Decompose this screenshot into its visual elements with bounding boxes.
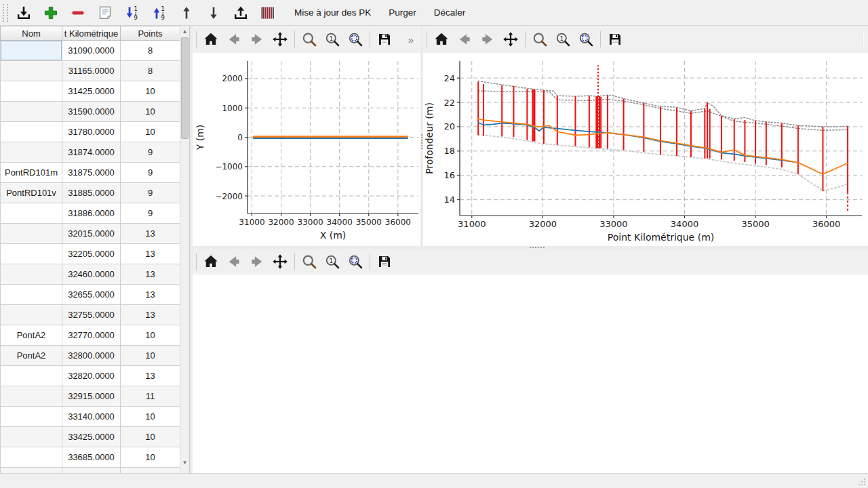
table-cell[interactable]: 13	[121, 305, 180, 325]
table-cell[interactable]: 31875.0000	[62, 163, 121, 183]
table-cell[interactable]: 13	[121, 244, 180, 264]
table-cell[interactable]: 31780.0000	[62, 122, 121, 142]
forward-button[interactable]	[246, 28, 268, 50]
home-button[interactable]	[200, 251, 222, 272]
table-cell[interactable]: 32770.0000	[62, 325, 121, 346]
zoom-one-button[interactable]: 1	[321, 28, 343, 50]
back-button[interactable]	[454, 28, 475, 50]
table-cell[interactable]: 31874.0000	[62, 142, 121, 163]
table-cell[interactable]	[0, 407, 62, 427]
table-cell[interactable]	[0, 366, 62, 386]
table-cell[interactable]	[0, 305, 62, 325]
home-button[interactable]	[431, 28, 452, 50]
table-cell[interactable]: 31090.0000	[62, 41, 121, 61]
toolbar-overflow-chevron[interactable]: »	[403, 34, 419, 45]
table-cell[interactable]: 10	[121, 122, 180, 142]
table-cell[interactable]: 8	[121, 41, 180, 61]
back-button[interactable]	[223, 28, 245, 50]
scroll-down-icon[interactable]: ▼	[180, 457, 189, 468]
profondeur-plot-canvas[interactable]: 3100032000330003400035000360001416182022…	[423, 53, 868, 246]
shift-button[interactable]: Décaler	[427, 3, 473, 23]
table-cell[interactable]: 32655.0000	[62, 285, 121, 305]
table-cell[interactable]	[0, 122, 62, 142]
zoom-button[interactable]	[298, 251, 320, 272]
remove-row-button[interactable]	[66, 2, 90, 24]
table-cell[interactable]	[0, 468, 62, 473]
table-cell[interactable]: 32460.0000	[62, 264, 121, 285]
table-cell[interactable]	[0, 203, 62, 224]
table-cell[interactable]: 33425.0000	[62, 427, 121, 447]
table-cell[interactable]	[0, 142, 62, 163]
table-cell[interactable]: 32820.0000	[62, 366, 121, 386]
zoom-region-button[interactable]	[575, 28, 597, 50]
table-cell[interactable]: 13	[121, 224, 180, 244]
export-button[interactable]	[229, 2, 252, 24]
xy-plot-canvas[interactable]: 310003200033000340003500036000−2000−1000…	[193, 53, 420, 246]
zoom-region-button[interactable]	[344, 251, 366, 272]
save-button[interactable]	[604, 28, 626, 50]
forward-button[interactable]	[246, 251, 268, 272]
bottom-plot-canvas[interactable]	[193, 274, 868, 473]
table-cell[interactable]: 10	[121, 427, 180, 447]
zoom-button[interactable]	[298, 28, 320, 50]
add-row-button[interactable]	[39, 2, 62, 24]
table-cell[interactable]: 10	[121, 325, 180, 346]
profiles-button[interactable]	[256, 2, 279, 24]
move-up-button[interactable]	[175, 2, 198, 24]
scroll-up-icon[interactable]: ▲	[180, 26, 189, 37]
home-button[interactable]	[200, 28, 222, 50]
table-cell[interactable]	[0, 244, 62, 264]
table-cell[interactable]: 32800.0000	[62, 346, 121, 366]
update-pk-button[interactable]: Mise à jour des PK	[288, 3, 378, 23]
purge-button[interactable]: Purger	[382, 3, 423, 23]
table-cell[interactable]	[0, 427, 62, 447]
table-cell[interactable]: 10	[121, 81, 180, 102]
scrollbar-thumb[interactable]	[181, 37, 189, 139]
import-button[interactable]	[12, 2, 35, 24]
zoom-one-button[interactable]: 1	[552, 28, 574, 50]
save-button[interactable]	[374, 28, 395, 50]
pan-button[interactable]	[269, 28, 291, 50]
table-cell[interactable]	[0, 102, 62, 122]
table-cell[interactable]: 10	[121, 407, 180, 427]
zoom-one-button[interactable]: 1	[321, 251, 343, 272]
table-cell[interactable]: PontRD101m	[0, 163, 62, 183]
table-scrollbar[interactable]: ▲ ▼	[180, 26, 189, 473]
toolbar-grip[interactable]	[3, 4, 8, 22]
zoom-button[interactable]	[529, 28, 551, 50]
table-cell[interactable]	[0, 81, 62, 102]
sort-descending-button[interactable]: 19	[148, 2, 171, 24]
table-cell[interactable]	[0, 224, 62, 244]
forward-button[interactable]	[477, 28, 498, 50]
table-cell[interactable]: PontA2	[0, 346, 62, 366]
save-button[interactable]	[374, 251, 395, 272]
table-cell[interactable]	[62, 468, 121, 473]
resize-grip-icon[interactable]	[857, 477, 867, 487]
table-cell[interactable]: 32755.0000	[62, 305, 121, 325]
table-cell[interactable]: 9	[121, 183, 180, 203]
table-cell[interactable]: 32205.0000	[62, 244, 121, 264]
move-down-button[interactable]	[202, 2, 225, 24]
table-cell[interactable]: 31885.0000	[62, 183, 121, 203]
table-cell[interactable]	[0, 285, 62, 305]
table-cell[interactable]: 11	[121, 386, 180, 407]
table-cell[interactable]: 31590.0000	[62, 102, 121, 122]
table-cell[interactable]	[0, 386, 62, 407]
table-cell[interactable]: 13	[121, 264, 180, 285]
table-cell[interactable]	[0, 447, 62, 468]
table-cell[interactable]	[0, 264, 62, 285]
table-cell[interactable]: PontRD101v	[0, 183, 62, 203]
table-cell[interactable]: 32915.0000	[62, 386, 121, 407]
table-cell[interactable]	[121, 468, 180, 473]
table-cell[interactable]: 10	[121, 346, 180, 366]
pan-button[interactable]	[269, 251, 291, 272]
table-cell[interactable]: PontA2	[0, 325, 62, 346]
table-cell[interactable]: 31886.0000	[62, 203, 121, 224]
table-cell[interactable]	[0, 41, 62, 61]
table-cell[interactable]: 32015.0000	[62, 224, 121, 244]
table-cell[interactable]: 31165.0000	[62, 61, 121, 81]
pan-button[interactable]	[500, 28, 521, 50]
table-cell[interactable]: 13	[121, 366, 180, 386]
table-cell[interactable]: 9	[121, 203, 180, 224]
table-cell[interactable]: 9	[121, 142, 180, 163]
